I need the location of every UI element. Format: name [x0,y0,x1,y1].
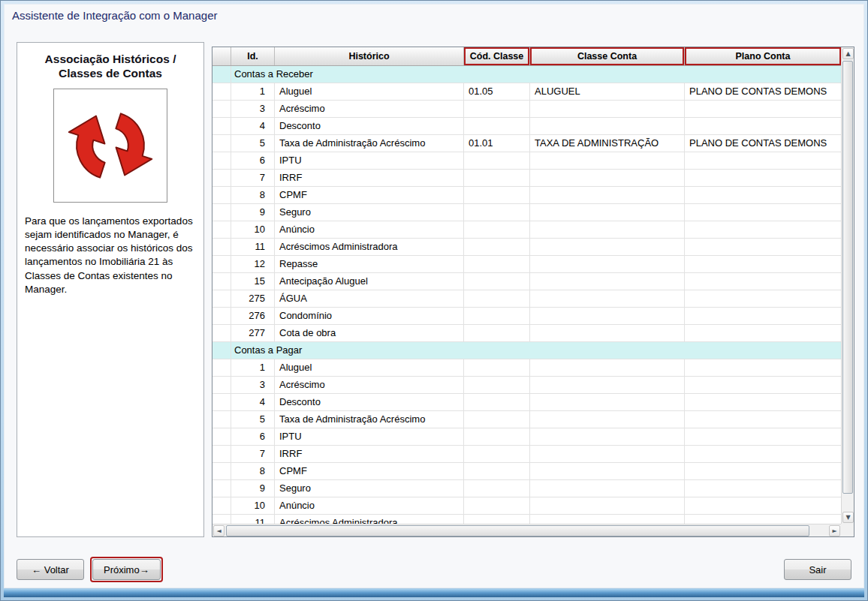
grid-row[interactable]: 11Acréscimos Administradora [212,515,841,524]
cell-classe_conta[interactable] [530,377,685,393]
cell-id[interactable]: 3 [231,377,275,393]
cell-plano_conta[interactable] [685,152,841,169]
horizontal-scroll-thumb[interactable] [226,525,809,536]
cell-cod_classe[interactable] [464,428,530,445]
cell-classe_conta[interactable] [530,101,685,117]
cell-cod_classe[interactable] [464,152,530,169]
grid-row[interactable]: 9Seguro [212,480,841,497]
cell-id[interactable]: 10 [231,497,275,514]
column-header-id[interactable]: Id. [231,47,275,65]
cell-classe_conta[interactable] [530,118,685,134]
vertical-scrollbar[interactable]: ▲ ▼ [841,47,854,524]
grid-row[interactable]: 3Acréscimo [212,101,841,118]
cell-classe_conta[interactable] [530,187,685,203]
cell-cod_classe[interactable]: 01.05 [464,83,530,100]
cell-id[interactable]: 275 [231,290,275,307]
cell-historico[interactable]: Aluguel [275,83,464,100]
cell-historico[interactable]: IPTU [275,152,464,169]
column-header-classe_conta[interactable]: Classe Conta [530,47,685,65]
cell-id[interactable]: 9 [231,204,275,221]
cell-classe_conta[interactable] [530,290,685,307]
cell-historico[interactable]: Seguro [275,204,464,221]
cell-cod_classe[interactable] [464,308,530,324]
cell-cod_classe[interactable] [464,446,530,462]
cell-classe_conta[interactable] [530,204,685,221]
cell-classe_conta[interactable]: ALUGUEL [530,83,685,100]
grid-row[interactable]: 8CPMF [212,463,841,480]
cell-classe_conta[interactable] [530,463,685,479]
cell-classe_conta[interactable] [530,394,685,410]
cell-historico[interactable]: Seguro [275,480,464,497]
grid-row[interactable]: 15Antecipação Aluguel [212,273,841,290]
grid-row[interactable]: 5Taxa de Administração Acréscimo [212,411,841,428]
cell-cod_classe[interactable] [464,290,530,307]
cell-id[interactable]: 276 [231,308,275,324]
grid-row[interactable]: 277Cota de obra [212,325,841,342]
cell-cod_classe[interactable] [464,118,530,134]
cell-cod_classe[interactable] [464,394,530,410]
cell-plano_conta[interactable] [685,515,841,524]
cell-plano_conta[interactable] [685,239,841,255]
cell-historico[interactable]: Antecipação Aluguel [275,273,464,290]
grid-row[interactable]: 5Taxa de Administração Acréscimo01.01TAX… [212,135,841,152]
cell-plano_conta[interactable] [685,377,841,393]
grid-row[interactable]: 12Repasse [212,256,841,273]
cell-cod_classe[interactable] [464,325,530,341]
cell-historico[interactable]: Taxa de Administração Acréscimo [275,135,464,152]
cell-historico[interactable]: Desconto [275,118,464,134]
cell-historico[interactable]: Taxa de Administração Acréscimo [275,411,464,428]
cell-plano_conta[interactable] [685,290,841,307]
cell-historico[interactable]: Acréscimos Administradora [275,515,464,524]
cell-classe_conta[interactable] [530,308,685,324]
cell-cod_classe[interactable] [464,377,530,393]
grid-row[interactable]: 8CPMF [212,187,841,204]
cell-plano_conta[interactable] [685,221,841,238]
cell-historico[interactable]: Acréscimos Administradora [275,239,464,255]
cell-historico[interactable]: IRRF [275,170,464,186]
grid-row[interactable]: 1Aluguel [212,359,841,377]
cell-plano_conta[interactable] [685,394,841,410]
grid-row[interactable]: 3Acréscimo [212,377,841,394]
cell-plano_conta[interactable] [685,187,841,203]
cell-id[interactable]: 6 [231,428,275,445]
scroll-down-button[interactable]: ▼ [842,512,854,523]
cell-cod_classe[interactable] [464,170,530,186]
cell-classe_conta[interactable] [530,480,685,497]
cell-classe_conta[interactable] [530,325,685,341]
cell-historico[interactable]: ÁGUA [275,290,464,307]
cell-id[interactable]: 3 [231,101,275,117]
cell-id[interactable]: 12 [231,256,275,272]
cell-classe_conta[interactable]: TAXA DE ADMINISTRAÇÃO [530,135,685,152]
cell-classe_conta[interactable] [530,256,685,272]
cell-cod_classe[interactable] [464,515,530,524]
scroll-up-button[interactable]: ▲ [842,48,854,59]
cell-plano_conta[interactable] [685,428,841,445]
cell-cod_classe[interactable] [464,187,530,203]
grid-row[interactable]: 7IRRF [212,446,841,463]
grid-row[interactable]: 6IPTU [212,428,841,446]
cell-historico[interactable]: Anúncio [275,221,464,238]
cell-classe_conta[interactable] [530,170,685,186]
grid-row[interactable]: 276Condomínio [212,308,841,325]
cell-historico[interactable]: Acréscimo [275,101,464,117]
cell-plano_conta[interactable] [685,463,841,479]
cell-historico[interactable]: CPMF [275,187,464,203]
cell-cod_classe[interactable] [464,256,530,272]
cell-plano_conta[interactable]: PLANO DE CONTAS DEMONS [685,135,841,152]
cell-id[interactable]: 1 [231,359,275,376]
cell-cod_classe[interactable] [464,101,530,117]
cell-id[interactable]: 15 [231,273,275,290]
cell-classe_conta[interactable] [530,273,685,290]
cell-classe_conta[interactable] [530,446,685,462]
grid-row[interactable]: 4Desconto [212,394,841,411]
cell-id[interactable]: 6 [231,152,275,169]
cell-id[interactable]: 7 [231,446,275,462]
cell-id[interactable]: 11 [231,239,275,255]
cell-classe_conta[interactable] [530,221,685,238]
horizontal-scrollbar[interactable]: ◄ ► [212,524,841,536]
cell-classe_conta[interactable] [530,239,685,255]
cell-plano_conta[interactable] [685,101,841,117]
cell-id[interactable]: 8 [231,463,275,479]
cell-historico[interactable]: Cota de obra [275,325,464,341]
cell-historico[interactable]: IRRF [275,446,464,462]
